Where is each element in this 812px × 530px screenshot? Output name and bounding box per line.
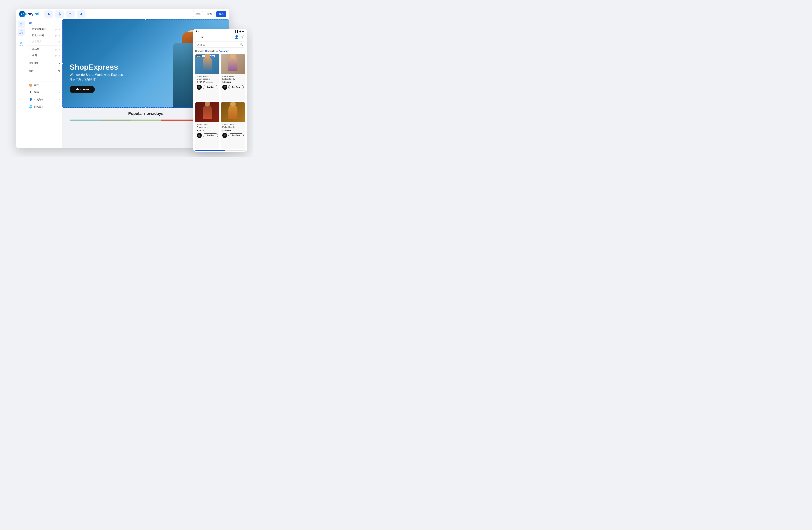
footer-label: 页脚	[29, 69, 33, 73]
cart-icon-btn-3[interactable]: 🛒	[197, 133, 202, 138]
component-text-image-label: 文本图片	[32, 40, 42, 43]
color-bar-4	[161, 120, 191, 121]
paypal-icon: P	[19, 11, 26, 17]
visibility-icon[interactable]: ◎	[55, 28, 57, 31]
add-component-btn[interactable]: 添加组件 ›	[26, 60, 62, 66]
chevron-right-icon: ›	[59, 91, 60, 94]
font-icon: A	[29, 90, 32, 94]
buy-btn-row-2: 🛒 Buy Now	[222, 85, 244, 90]
preview-btn[interactable]: 预览	[193, 11, 203, 17]
back-btn[interactable]: ←	[196, 35, 199, 39]
component-carousel-actions: ◎ ⊡	[55, 28, 60, 31]
cart-icon-btn-2[interactable]: 🛒	[222, 85, 227, 90]
settings-icon[interactable]: ⊡	[58, 28, 60, 31]
chevron-right-icon: ›	[59, 106, 60, 108]
component-item-carousel[interactable]: ⠿ 带文本轮播图 ◎ ⊡	[26, 26, 62, 32]
component-single-image-actions: ◎ ⊡	[55, 54, 60, 57]
currency-dollar-btn[interactable]: $	[55, 11, 64, 18]
component-image-text-label: 图文文本列	[32, 34, 44, 37]
paypal-logo: P PayPal	[19, 11, 39, 17]
panel-header: 页:	[26, 19, 62, 26]
components-panel: 页: ⠿ 带文本轮播图 ◎ ⊡ ⠿ 图文文本列 ◎ ⊡	[26, 19, 62, 148]
drag-handle-icon: ⠿	[29, 54, 30, 57]
mobile-search-bar[interactable]: 🔍	[195, 42, 245, 47]
cart-icon-btn-1[interactable]: 🛒	[197, 85, 202, 90]
visibility-icon[interactable]: ◎	[55, 48, 57, 51]
social-icon: 👤	[29, 98, 32, 101]
color-bar-2	[100, 120, 131, 121]
mobile-progress-fill	[195, 150, 225, 151]
settings-icon[interactable]: ⊡	[58, 40, 60, 43]
settings-icon[interactable]: ⊡	[58, 54, 60, 57]
component-item-single-image[interactable]: ⠿ 单图 ◎ ⊡	[26, 52, 62, 58]
color-bar-1	[70, 120, 100, 121]
shop-now-btn[interactable]: shop now	[70, 86, 95, 93]
global-site-icon-item[interactable]: 🌐 网站图标 ›	[26, 103, 62, 110]
visibility-icon[interactable]: ◎	[55, 34, 57, 37]
currency-euro-btn[interactable]: €	[66, 11, 75, 18]
product-info-4: Ariana Floral Embroidered... $ 290.00 🛒 …	[221, 122, 245, 139]
currency-yen-btn[interactable]: ¥	[44, 11, 53, 18]
panel-tab-page[interactable]: 页:	[29, 21, 32, 25]
product-name-2: Ariana Floral Embroidered...	[222, 75, 244, 80]
mobile-nav-right: 👤 🛒	[235, 35, 244, 39]
price-current-3: $ 290.00	[197, 129, 205, 132]
buy-btn-row-4: 🛒 Buy Now	[222, 133, 244, 138]
cart-icon-btn-4[interactable]: 🛒	[222, 133, 227, 138]
color-label: 颜色	[34, 83, 39, 87]
global-color-item[interactable]: 🎨 颜色 ›	[26, 81, 62, 89]
product-image-4	[221, 102, 245, 122]
menu-btn[interactable]: ≡	[201, 35, 203, 39]
results-middle: results for	[207, 50, 219, 52]
buy-now-btn-4[interactable]: Buy Now	[229, 134, 244, 137]
save-btn[interactable]: 保存	[216, 11, 226, 17]
footer-item[interactable]: 页脚 ⊡	[26, 68, 62, 74]
color-palette-icon: 🎨	[29, 83, 32, 87]
global-social-item[interactable]: 👤 社交媒体 ›	[26, 96, 62, 103]
component-single-image-label: 单图	[32, 54, 37, 57]
edit-label: 编辑	[19, 32, 23, 35]
cart-btn[interactable]: 🛒	[240, 35, 244, 39]
component-item-image-text-list[interactable]: ⠿ 图文文本列 ◎ ⊡	[26, 32, 62, 39]
hidden-icon[interactable]: ◌	[55, 40, 57, 43]
currency-more-btn[interactable]: •••	[88, 11, 96, 18]
global-font-item[interactable]: A 字体 ›	[26, 89, 62, 96]
product-name-3: Ariana Floral Embroidered...	[197, 123, 218, 128]
price-current-4: $ 290.00	[222, 129, 231, 132]
sidebar-global-btn[interactable]: 🌐 全局	[18, 41, 25, 48]
mobile-status-icons: ▌▌ ◈ ▬	[235, 30, 244, 33]
chevron-right-icon: ›	[59, 98, 60, 101]
user-btn[interactable]: 👤	[235, 35, 238, 39]
global-settings-section: 🎨 颜色 › A 字体 › 👤 社交媒体 › �	[26, 81, 62, 110]
currency-rmb-btn[interactable]: ¥	[77, 11, 86, 18]
sidebar-export-btn[interactable]: ⊟	[18, 20, 25, 28]
component-item-text-image[interactable]: ⠿ 文本图片 ◌ ⊡	[26, 39, 62, 45]
settings-icon[interactable]: ⊡	[58, 34, 60, 37]
product-card-4: Ariana Floral Embroidered... $ 290.00 🛒 …	[221, 102, 245, 149]
product-info-3: Ariana Floral Embroidered... $ 290.00 🛒 …	[195, 122, 219, 139]
search-icon[interactable]: 🔍	[240, 43, 243, 46]
settings-icon[interactable]: ⊡	[58, 48, 60, 51]
buy-now-btn-1[interactable]: Buy Now	[203, 85, 218, 89]
product-price-4: $ 290.00	[222, 129, 244, 132]
price-current-2: $ 290.00	[222, 81, 231, 84]
product-price-2: $ 290.00	[222, 81, 244, 84]
buy-btn-row-3: 🛒 Buy Now	[197, 133, 218, 138]
sidebar-edit-btn[interactable]: ✎ 编辑	[18, 29, 25, 36]
product-card-3: Ariana Floral Embroidered... $ 290.00 🛒 …	[195, 102, 219, 149]
publish-btn[interactable]: 发布	[205, 11, 215, 17]
visibility-icon[interactable]: ◎	[55, 54, 57, 57]
product-name-4: Ariana Floral Embroidered...	[222, 123, 244, 128]
product-info-1: Ariana Floral Embroidered... $ 290.00 $ …	[195, 74, 219, 91]
component-item-product-collection[interactable]: ⠿ 商品集 ◎ ⊡	[26, 46, 62, 52]
buy-now-btn-2[interactable]: Buy Now	[229, 85, 244, 89]
paypal-brand-name: PayPal	[26, 12, 39, 16]
edit-icon: ✎	[20, 30, 22, 32]
add-component-label: 添加组件	[29, 61, 38, 65]
mobile-search-input[interactable]	[197, 43, 238, 46]
font-label: 字体	[34, 90, 39, 94]
buy-now-btn-3[interactable]: Buy Now	[203, 134, 218, 137]
product-grid: New Free Shipping Ariana Floral Embroide…	[193, 54, 247, 149]
mobile-preview-panel: 9:41 ▌▌ ◈ ▬ ← ≡ 👤 🛒 🔍 Showing 13	[193, 29, 247, 152]
add-component-chevron: ›	[59, 62, 60, 65]
